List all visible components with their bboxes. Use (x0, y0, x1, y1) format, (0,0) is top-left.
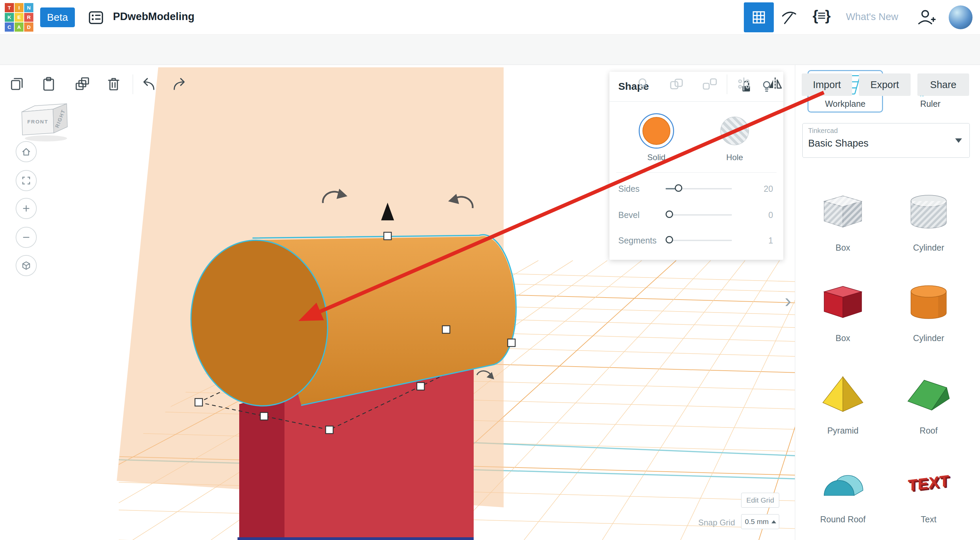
perspective-toggle-button[interactable] (16, 255, 37, 276)
design-title: PDwebModeling (113, 11, 194, 23)
segments-slider[interactable] (666, 240, 732, 241)
whats-new-link[interactable]: What's New (846, 11, 898, 22)
logo-tile: N (24, 3, 33, 12)
ungroup-button[interactable] (702, 76, 718, 92)
scale-handle[interactable] (195, 399, 202, 406)
shape-cylinder-striped[interactable]: Cylinder (891, 186, 966, 253)
shape-roof[interactable]: Roof (891, 368, 966, 435)
bevel-value: 0 (749, 210, 773, 220)
zoom-out-button[interactable] (16, 227, 37, 248)
hole-label: Hole (708, 152, 762, 162)
top-bar: T I N K E R C A D Beta PDwebModeling (0, 0, 980, 35)
tinkercad-logo[interactable]: T I N K E R C A D (5, 3, 33, 32)
copy-button[interactable] (9, 76, 25, 92)
undo-button[interactable] (140, 76, 156, 92)
invite-people-button[interactable] (916, 8, 936, 29)
toolbar-divider (133, 75, 133, 94)
segments-label: Segments (618, 236, 657, 246)
sides-slider-handle[interactable] (675, 184, 682, 192)
shape-label: Pyramid (827, 426, 859, 435)
sides-value: 20 (749, 184, 773, 194)
height-handle[interactable] (384, 232, 391, 240)
logo-tile: R (24, 13, 33, 22)
paste-button[interactable] (40, 76, 57, 92)
logo-tile: T (5, 3, 14, 12)
scale-handle[interactable] (508, 339, 515, 346)
bevel-label: Bevel (618, 210, 640, 220)
beta-badge[interactable]: Beta (40, 8, 75, 27)
redo-button[interactable] (172, 76, 188, 92)
zoom-in-button[interactable] (16, 198, 37, 219)
shape-label: Text (921, 515, 937, 524)
view-cube[interactable]: FRONT RIGHT (14, 87, 82, 145)
cylinder-orange-ic (903, 276, 954, 327)
dropdown-selection: Basic Shapes (808, 138, 869, 149)
pickaxe-icon (780, 8, 798, 26)
mirror-button[interactable] (767, 76, 783, 92)
logo-tile: K (5, 13, 14, 22)
shape-box-red[interactable]: Box (805, 276, 880, 343)
group-button[interactable] (668, 76, 685, 92)
shape-box-striped[interactable]: Box (805, 186, 880, 253)
snap-grid-dropdown[interactable]: 0.5 mm (741, 514, 779, 529)
logo-tile: C (5, 22, 14, 32)
tinkercad-app: T I N K E R C A D Beta PDwebModeling (0, 0, 980, 540)
collapse-sidebar-chevron[interactable]: › (785, 290, 791, 311)
codeblocks-button[interactable]: {≡} (813, 8, 830, 24)
grid-icon (750, 8, 768, 26)
scale-handle[interactable] (326, 426, 333, 434)
solid-swatch (643, 117, 670, 145)
align-button[interactable] (736, 76, 752, 92)
solid-radio[interactable] (639, 113, 674, 149)
scale-handle[interactable] (442, 326, 450, 333)
ruler-label: Ruler (920, 99, 940, 109)
segments-slider-handle[interactable] (666, 236, 673, 243)
shape-label: Box (835, 333, 850, 343)
pyramid-ic (817, 368, 869, 419)
chevron-down-icon (955, 138, 962, 143)
caret-up-icon (772, 520, 776, 523)
minecraft-blocks-button[interactable] (780, 8, 798, 27)
add-person-icon (916, 8, 936, 27)
share-button[interactable]: Share (917, 73, 969, 96)
shape-text[interactable]: TEXT Text (891, 457, 966, 524)
round-roof-ic (817, 457, 869, 508)
logo-tile: I (14, 3, 24, 12)
home-view-button[interactable] (16, 141, 37, 162)
workplane-bottom-edge (237, 537, 474, 540)
delete-button[interactable] (105, 76, 122, 92)
shape-category-dropdown[interactable]: Tinkercad Basic Shapes (802, 123, 970, 158)
segments-value: 1 (749, 236, 773, 246)
shape-pyramid[interactable]: Pyramid (805, 368, 880, 435)
shape-label: Cylinder (913, 333, 944, 343)
roof-ic (903, 368, 954, 419)
scale-handle[interactable] (260, 413, 268, 420)
import-button[interactable]: Import (802, 73, 852, 96)
logo-tile: E (14, 13, 24, 22)
cylinder-striped-ic (903, 186, 954, 237)
shape-label: Roof (920, 426, 938, 435)
scale-handle[interactable] (417, 383, 424, 390)
logo-tile: A (14, 22, 24, 32)
dashboard-grid-button[interactable] (744, 2, 774, 32)
duplicate-button[interactable] (74, 76, 91, 92)
snap-grid-value: 0.5 mm (745, 518, 769, 526)
shape-label: Round Roof (820, 515, 865, 524)
bevel-slider[interactable] (666, 214, 732, 216)
viewcube-front-label[interactable]: FRONT (27, 119, 48, 124)
sides-label: Sides (618, 184, 640, 194)
shape-round-roof[interactable]: Round Roof (805, 457, 880, 524)
hole-radio[interactable] (721, 117, 749, 145)
solid-label: Solid (629, 152, 684, 162)
export-button[interactable]: Export (859, 73, 911, 96)
shape-cylinder-orange[interactable]: Cylinder (891, 276, 966, 343)
box-striped-ic (817, 186, 869, 237)
show-all-button[interactable] (634, 76, 651, 92)
design-properties-icon[interactable] (88, 10, 104, 27)
fit-view-button[interactable] (16, 170, 37, 191)
shapes-sidebar: Workplane Ruler Tinkercad Basic Shapes B… (795, 65, 980, 540)
edit-grid-button[interactable]: Edit Grid (741, 493, 779, 508)
avatar[interactable] (949, 5, 972, 29)
bevel-slider-handle[interactable] (666, 211, 673, 218)
shape-label: Cylinder (913, 243, 944, 253)
